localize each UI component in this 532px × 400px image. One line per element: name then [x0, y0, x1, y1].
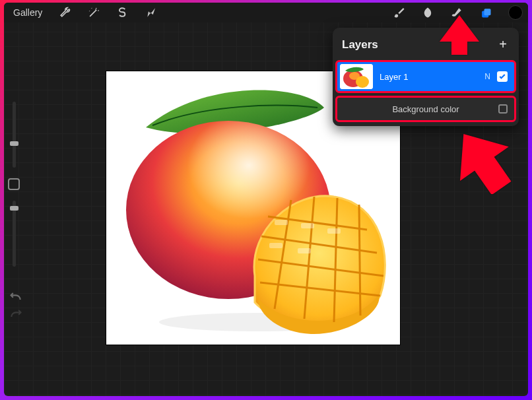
add-layer-button[interactable]: +: [496, 37, 510, 52]
svg-rect-1: [484, 9, 491, 15]
svg-point-13: [356, 76, 369, 88]
modify-button[interactable]: [8, 178, 20, 190]
adjustments-wand-icon[interactable]: [87, 6, 100, 19]
svg-rect-7: [327, 228, 341, 234]
layer-visible-checkbox[interactable]: [497, 71, 508, 82]
svg-rect-9: [298, 248, 311, 253]
layer-thumbnail: [340, 64, 373, 89]
selection-s-icon[interactable]: [116, 6, 129, 19]
layers-panel: Layers + Layer 1 N Background color: [333, 28, 519, 126]
annotation-arrow-top: [440, 15, 479, 55]
layer-blend-mode[interactable]: N: [484, 72, 490, 81]
svg-rect-5: [275, 220, 288, 225]
actions-wrench-icon[interactable]: [58, 6, 71, 19]
annotation-arrow-bottom: [453, 128, 512, 194]
color-well[interactable]: [508, 5, 523, 20]
background-layer-name: Background color: [392, 104, 459, 114]
left-sidebar: [7, 102, 21, 313]
transform-arrow-icon[interactable]: [145, 6, 158, 19]
procreate-app: Gallery: [4, 3, 528, 396]
toolbar-left-group: [58, 6, 158, 19]
layers-header: Layers +: [333, 28, 519, 60]
svg-rect-6: [301, 223, 314, 228]
background-visible-checkbox[interactable]: [498, 104, 508, 114]
brush-icon[interactable]: [392, 6, 405, 19]
brush-size-knob[interactable]: [10, 141, 18, 146]
layer-name: Layer 1: [380, 72, 484, 82]
brush-size-slider[interactable]: [13, 102, 16, 168]
svg-rect-8: [269, 243, 283, 248]
layer-row-background[interactable]: Background color: [335, 96, 516, 122]
layer-row-layer1[interactable]: Layer 1 N: [335, 60, 516, 93]
gallery-button[interactable]: Gallery: [9, 6, 46, 19]
layers-title: Layers: [342, 38, 378, 51]
brush-opacity-slider[interactable]: [13, 201, 16, 267]
brush-opacity-knob[interactable]: [10, 206, 18, 211]
smudge-icon[interactable]: [421, 6, 434, 19]
layers-icon[interactable]: [479, 6, 492, 19]
